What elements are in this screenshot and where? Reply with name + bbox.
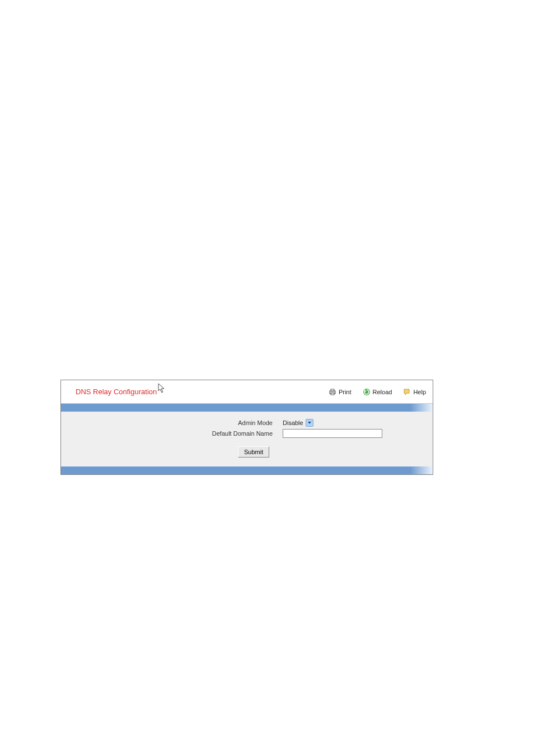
submit-row: Submit	[61, 438, 433, 461]
admin-mode-row: Admin Mode Disable	[61, 417, 433, 428]
default-domain-input[interactable]	[283, 429, 382, 438]
form-area: Admin Mode Disable Default Domain Name S…	[61, 412, 433, 466]
divider-top	[61, 404, 433, 412]
print-icon	[329, 388, 336, 396]
admin-mode-select[interactable]: Disable	[283, 419, 313, 427]
default-domain-label: Default Domain Name	[61, 430, 283, 437]
page-title: DNS Relay Configuration	[76, 388, 157, 396]
divider-bottom	[61, 466, 433, 474]
submit-button[interactable]: Submit	[238, 446, 269, 458]
panel-header: DNS Relay Configuration Print Reload	[61, 380, 433, 404]
svg-rect-1	[331, 389, 334, 391]
help-icon	[403, 388, 411, 396]
reload-label: Reload	[373, 389, 392, 395]
reload-button[interactable]: Reload	[363, 388, 392, 396]
print-button[interactable]: Print	[329, 388, 352, 396]
help-button[interactable]: Help	[403, 388, 426, 396]
config-panel: DNS Relay Configuration Print Reload	[60, 380, 433, 475]
chevron-down-icon	[306, 419, 313, 427]
svg-rect-2	[331, 393, 334, 395]
help-label: Help	[413, 389, 426, 395]
default-domain-control	[283, 429, 382, 438]
default-domain-row: Default Domain Name	[61, 428, 433, 438]
header-actions: Print Reload Help	[329, 388, 426, 396]
reload-icon	[363, 388, 371, 396]
print-label: Print	[339, 389, 352, 395]
admin-mode-label: Admin Mode	[61, 419, 283, 426]
cursor-icon	[158, 383, 166, 393]
admin-mode-value: Disable	[283, 419, 303, 426]
admin-mode-control: Disable	[283, 419, 313, 427]
